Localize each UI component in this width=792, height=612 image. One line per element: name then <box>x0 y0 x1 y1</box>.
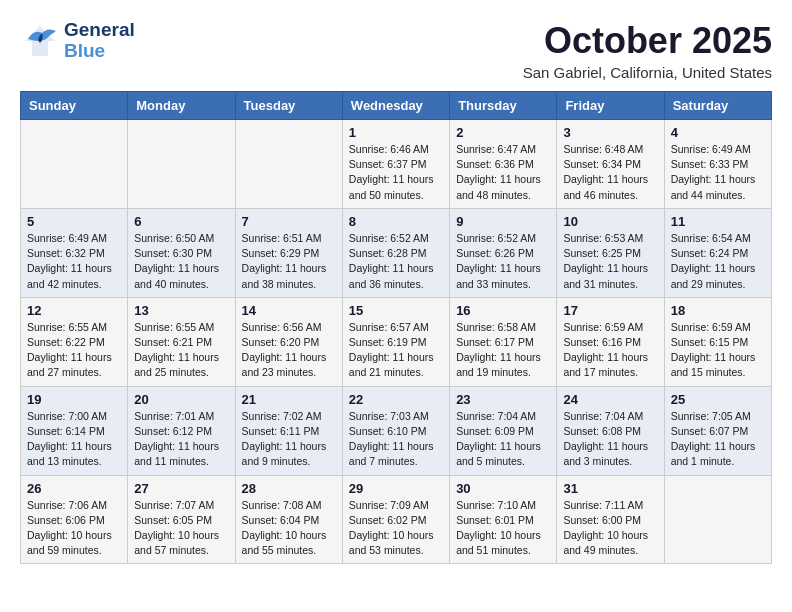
day-info: Sunrise: 6:48 AM Sunset: 6:34 PM Dayligh… <box>563 142 657 203</box>
calendar-cell: 19Sunrise: 7:00 AM Sunset: 6:14 PM Dayli… <box>21 386 128 475</box>
day-info: Sunrise: 6:49 AM Sunset: 6:32 PM Dayligh… <box>27 231 121 292</box>
col-header-wednesday: Wednesday <box>342 92 449 120</box>
calendar-cell: 21Sunrise: 7:02 AM Sunset: 6:11 PM Dayli… <box>235 386 342 475</box>
day-number: 4 <box>671 125 765 140</box>
day-number: 26 <box>27 481 121 496</box>
calendar-header-row: SundayMondayTuesdayWednesdayThursdayFrid… <box>21 92 772 120</box>
day-number: 16 <box>456 303 550 318</box>
calendar-cell: 7Sunrise: 6:51 AM Sunset: 6:29 PM Daylig… <box>235 208 342 297</box>
calendar-cell: 26Sunrise: 7:06 AM Sunset: 6:06 PM Dayli… <box>21 475 128 564</box>
calendar-cell: 5Sunrise: 6:49 AM Sunset: 6:32 PM Daylig… <box>21 208 128 297</box>
day-number: 27 <box>134 481 228 496</box>
page-header: General Blue October 2025 San Gabriel, C… <box>20 20 772 81</box>
calendar-cell: 4Sunrise: 6:49 AM Sunset: 6:33 PM Daylig… <box>664 120 771 209</box>
day-number: 5 <box>27 214 121 229</box>
calendar-cell: 31Sunrise: 7:11 AM Sunset: 6:00 PM Dayli… <box>557 475 664 564</box>
col-header-saturday: Saturday <box>664 92 771 120</box>
day-number: 25 <box>671 392 765 407</box>
day-info: Sunrise: 7:10 AM Sunset: 6:01 PM Dayligh… <box>456 498 550 559</box>
calendar-cell: 17Sunrise: 6:59 AM Sunset: 6:16 PM Dayli… <box>557 297 664 386</box>
day-number: 3 <box>563 125 657 140</box>
day-info: Sunrise: 6:57 AM Sunset: 6:19 PM Dayligh… <box>349 320 443 381</box>
day-number: 12 <box>27 303 121 318</box>
title-section: October 2025 San Gabriel, California, Un… <box>523 20 772 81</box>
day-info: Sunrise: 7:09 AM Sunset: 6:02 PM Dayligh… <box>349 498 443 559</box>
day-number: 8 <box>349 214 443 229</box>
day-number: 2 <box>456 125 550 140</box>
day-number: 9 <box>456 214 550 229</box>
calendar-week-row: 19Sunrise: 7:00 AM Sunset: 6:14 PM Dayli… <box>21 386 772 475</box>
location-text: San Gabriel, California, United States <box>523 64 772 81</box>
day-info: Sunrise: 7:04 AM Sunset: 6:08 PM Dayligh… <box>563 409 657 470</box>
day-info: Sunrise: 7:07 AM Sunset: 6:05 PM Dayligh… <box>134 498 228 559</box>
calendar-cell <box>235 120 342 209</box>
day-number: 29 <box>349 481 443 496</box>
calendar-cell <box>128 120 235 209</box>
day-number: 23 <box>456 392 550 407</box>
calendar-week-row: 12Sunrise: 6:55 AM Sunset: 6:22 PM Dayli… <box>21 297 772 386</box>
day-info: Sunrise: 7:06 AM Sunset: 6:06 PM Dayligh… <box>27 498 121 559</box>
day-number: 31 <box>563 481 657 496</box>
day-number: 18 <box>671 303 765 318</box>
logo-blue: Blue <box>64 41 135 62</box>
calendar-week-row: 5Sunrise: 6:49 AM Sunset: 6:32 PM Daylig… <box>21 208 772 297</box>
calendar-cell: 18Sunrise: 6:59 AM Sunset: 6:15 PM Dayli… <box>664 297 771 386</box>
day-number: 22 <box>349 392 443 407</box>
day-number: 6 <box>134 214 228 229</box>
day-info: Sunrise: 6:47 AM Sunset: 6:36 PM Dayligh… <box>456 142 550 203</box>
day-number: 11 <box>671 214 765 229</box>
day-number: 17 <box>563 303 657 318</box>
day-info: Sunrise: 7:00 AM Sunset: 6:14 PM Dayligh… <box>27 409 121 470</box>
calendar-cell: 16Sunrise: 6:58 AM Sunset: 6:17 PM Dayli… <box>450 297 557 386</box>
day-number: 10 <box>563 214 657 229</box>
logo-general: General <box>64 20 135 41</box>
calendar-cell: 8Sunrise: 6:52 AM Sunset: 6:28 PM Daylig… <box>342 208 449 297</box>
calendar-cell: 30Sunrise: 7:10 AM Sunset: 6:01 PM Dayli… <box>450 475 557 564</box>
day-info: Sunrise: 6:59 AM Sunset: 6:15 PM Dayligh… <box>671 320 765 381</box>
calendar-cell: 14Sunrise: 6:56 AM Sunset: 6:20 PM Dayli… <box>235 297 342 386</box>
col-header-monday: Monday <box>128 92 235 120</box>
col-header-thursday: Thursday <box>450 92 557 120</box>
calendar-week-row: 26Sunrise: 7:06 AM Sunset: 6:06 PM Dayli… <box>21 475 772 564</box>
day-info: Sunrise: 6:55 AM Sunset: 6:21 PM Dayligh… <box>134 320 228 381</box>
day-info: Sunrise: 7:01 AM Sunset: 6:12 PM Dayligh… <box>134 409 228 470</box>
day-info: Sunrise: 7:04 AM Sunset: 6:09 PM Dayligh… <box>456 409 550 470</box>
day-info: Sunrise: 6:52 AM Sunset: 6:28 PM Dayligh… <box>349 231 443 292</box>
day-info: Sunrise: 7:05 AM Sunset: 6:07 PM Dayligh… <box>671 409 765 470</box>
day-number: 1 <box>349 125 443 140</box>
calendar-week-row: 1Sunrise: 6:46 AM Sunset: 6:37 PM Daylig… <box>21 120 772 209</box>
day-number: 21 <box>242 392 336 407</box>
calendar-cell: 20Sunrise: 7:01 AM Sunset: 6:12 PM Dayli… <box>128 386 235 475</box>
logo-text: General Blue <box>64 20 135 62</box>
day-info: Sunrise: 6:59 AM Sunset: 6:16 PM Dayligh… <box>563 320 657 381</box>
calendar-table: SundayMondayTuesdayWednesdayThursdayFrid… <box>20 91 772 564</box>
day-info: Sunrise: 6:49 AM Sunset: 6:33 PM Dayligh… <box>671 142 765 203</box>
day-number: 30 <box>456 481 550 496</box>
col-header-tuesday: Tuesday <box>235 92 342 120</box>
calendar-cell: 3Sunrise: 6:48 AM Sunset: 6:34 PM Daylig… <box>557 120 664 209</box>
day-number: 13 <box>134 303 228 318</box>
day-info: Sunrise: 7:03 AM Sunset: 6:10 PM Dayligh… <box>349 409 443 470</box>
day-info: Sunrise: 7:11 AM Sunset: 6:00 PM Dayligh… <box>563 498 657 559</box>
day-number: 15 <box>349 303 443 318</box>
calendar-cell: 12Sunrise: 6:55 AM Sunset: 6:22 PM Dayli… <box>21 297 128 386</box>
calendar-cell: 22Sunrise: 7:03 AM Sunset: 6:10 PM Dayli… <box>342 386 449 475</box>
calendar-cell <box>21 120 128 209</box>
col-header-sunday: Sunday <box>21 92 128 120</box>
day-info: Sunrise: 7:02 AM Sunset: 6:11 PM Dayligh… <box>242 409 336 470</box>
day-info: Sunrise: 6:51 AM Sunset: 6:29 PM Dayligh… <box>242 231 336 292</box>
day-number: 24 <box>563 392 657 407</box>
calendar-cell: 13Sunrise: 6:55 AM Sunset: 6:21 PM Dayli… <box>128 297 235 386</box>
calendar-cell: 6Sunrise: 6:50 AM Sunset: 6:30 PM Daylig… <box>128 208 235 297</box>
day-info: Sunrise: 6:46 AM Sunset: 6:37 PM Dayligh… <box>349 142 443 203</box>
day-number: 19 <box>27 392 121 407</box>
calendar-cell: 15Sunrise: 6:57 AM Sunset: 6:19 PM Dayli… <box>342 297 449 386</box>
day-info: Sunrise: 7:08 AM Sunset: 6:04 PM Dayligh… <box>242 498 336 559</box>
day-number: 14 <box>242 303 336 318</box>
calendar-cell: 27Sunrise: 7:07 AM Sunset: 6:05 PM Dayli… <box>128 475 235 564</box>
day-info: Sunrise: 6:50 AM Sunset: 6:30 PM Dayligh… <box>134 231 228 292</box>
calendar-cell: 23Sunrise: 7:04 AM Sunset: 6:09 PM Dayli… <box>450 386 557 475</box>
col-header-friday: Friday <box>557 92 664 120</box>
calendar-cell: 2Sunrise: 6:47 AM Sunset: 6:36 PM Daylig… <box>450 120 557 209</box>
calendar-cell: 29Sunrise: 7:09 AM Sunset: 6:02 PM Dayli… <box>342 475 449 564</box>
